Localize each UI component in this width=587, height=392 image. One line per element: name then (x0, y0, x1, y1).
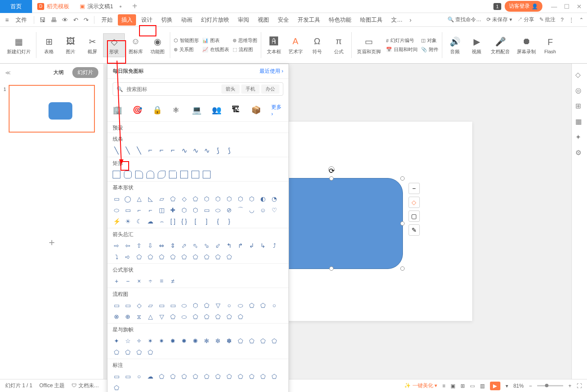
flow-shape[interactable]: ○ (270, 301, 278, 309)
basic-shape[interactable]: [ (191, 217, 199, 225)
resize-handle-s[interactable] (329, 266, 334, 271)
collapse-icon[interactable]: ⌃ (579, 17, 584, 23)
line-shape[interactable]: ⟆ (214, 146, 222, 154)
basic-shape[interactable]: ☁ (146, 217, 154, 225)
rs-icon-1[interactable]: ◇ (575, 71, 584, 79)
undo-icon[interactable]: ↶ (71, 16, 80, 23)
basic-shape[interactable]: ☀ (124, 217, 132, 225)
callout-shape[interactable]: ⬠ (248, 373, 256, 380)
flowchart-button[interactable]: ⬚流程图 (231, 45, 259, 54)
basic-shape[interactable]: ⬡ (203, 195, 211, 203)
flow-shape[interactable]: ⬭ (180, 313, 188, 321)
guest-login-button[interactable]: 访客登录 👤 (505, 1, 542, 12)
free-icon-6[interactable]: 👥 (212, 105, 221, 116)
tag-phone[interactable]: 手机 (241, 84, 259, 94)
basic-shape[interactable]: ⬡ (180, 206, 188, 214)
basic-shape[interactable]: ▭ (113, 195, 120, 203)
arrow-shape[interactable]: ⤵ (113, 253, 120, 261)
menu-insert[interactable]: 插入 (118, 14, 136, 26)
view-sorter-icon[interactable]: ⊞ (461, 383, 465, 389)
arrow-shape[interactable]: ⬁ (191, 242, 199, 249)
star-shape[interactable]: ⬠ (237, 337, 244, 345)
play-dropdown[interactable]: ▾ (506, 383, 508, 389)
basic-shape[interactable]: ◺ (146, 195, 154, 203)
free-icon-7[interactable]: 🏗 (232, 105, 241, 116)
slidenum-button[interactable]: #幻灯片编号 (384, 36, 419, 45)
star-shape[interactable]: ✹ (180, 337, 188, 345)
tab-close-dot[interactable]: ● (119, 4, 122, 9)
object-button[interactable]: ◫对象 (419, 36, 440, 45)
basic-shape[interactable]: ⌒ (237, 206, 244, 214)
float-tool-shape[interactable]: ◇ (409, 197, 420, 208)
line-shape[interactable]: ∿ (180, 146, 188, 154)
callout-shape[interactable]: ⬠ (237, 373, 244, 380)
basic-shape[interactable]: △ (135, 195, 143, 203)
view-normal-icon[interactable]: ≡ (442, 383, 445, 389)
basic-shape[interactable]: ▭ (203, 206, 211, 214)
search-command[interactable]: 🔍 查找命令… (448, 16, 481, 23)
basic-shape[interactable]: ⬭ (113, 206, 120, 214)
menu-devtools[interactable]: 开发工具 (294, 14, 324, 26)
callout-shape[interactable]: ▭ (113, 373, 120, 380)
slides-tab[interactable]: 幻灯片 (72, 67, 98, 78)
basic-shape[interactable]: { (214, 217, 222, 225)
table-button[interactable]: ⊞表格 (38, 34, 60, 57)
callout-shape[interactable]: ⬠ (191, 373, 199, 380)
basic-shape[interactable]: ⌐ (146, 206, 154, 214)
rect-shape-7[interactable] (180, 171, 188, 178)
mindmap-button[interactable]: ⊚思维导图 (231, 36, 259, 45)
callout-shape[interactable]: ⬠ (113, 384, 120, 392)
arrow-shape[interactable]: ↲ (248, 242, 256, 249)
menu-features[interactable]: 特色功能 (325, 14, 355, 26)
flow-shape[interactable]: ▽ (158, 313, 165, 321)
file-menu[interactable]: 文件 (12, 14, 30, 26)
arrow-shape[interactable]: ⬠ (214, 253, 222, 261)
basic-shape[interactable]: [ ] (169, 217, 177, 225)
basic-shape[interactable]: ⬡ (191, 206, 199, 214)
textbox-button[interactable]: 🅰文本框 (263, 34, 285, 57)
menu-transition[interactable]: 切换 (158, 14, 176, 26)
formula-shape[interactable]: ÷ (146, 277, 154, 285)
zoom-out-button[interactable]: − (529, 383, 532, 389)
collapse-panel-icon[interactable]: ≪ (5, 70, 11, 76)
arrow-shape[interactable]: ⇧ (135, 242, 143, 249)
float-tool-outline[interactable]: ▢ (409, 211, 420, 222)
resize-handle-e[interactable] (400, 221, 405, 226)
arrow-shape[interactable]: ⬠ (180, 253, 188, 261)
line-shape[interactable]: ⟆ (225, 146, 233, 154)
arrow-shape[interactable]: ⇔ (158, 242, 165, 249)
menu-text[interactable]: 文… (388, 14, 406, 26)
rect-shape-5[interactable] (158, 171, 165, 178)
rect-shape-9[interactable] (203, 171, 211, 178)
basic-shape[interactable]: ◔ (270, 195, 278, 203)
star-shape[interactable]: ⬠ (270, 337, 278, 345)
badge-count[interactable]: 1 (493, 3, 501, 10)
flow-shape[interactable]: ⬡ (191, 301, 199, 309)
rs-icon-5[interactable]: ✦ (575, 133, 584, 142)
rect-shape-8[interactable] (191, 171, 199, 178)
star-shape[interactable]: ⬠ (113, 348, 120, 356)
line-shape[interactable]: ⌐ (158, 146, 165, 154)
star-shape[interactable]: ✧ (135, 337, 143, 345)
flow-shape[interactable]: ⬠ (203, 301, 211, 309)
arrow-shape[interactable]: ⬠ (203, 253, 211, 261)
arrow-shape[interactable]: ➪ (124, 253, 132, 261)
func-chart-button[interactable]: ◉功能图 (146, 34, 168, 57)
callout-shape[interactable]: ⬠ (259, 373, 267, 380)
star-shape[interactable]: ✽ (225, 337, 233, 345)
beautify-button[interactable]: ✨ 一键美化 ▾ (404, 382, 437, 389)
arrow-shape[interactable]: ↱ (237, 242, 244, 249)
menu-drawing[interactable]: 绘图工具 (357, 14, 386, 26)
free-icon-3[interactable]: 🔒 (152, 105, 162, 116)
menu-review[interactable]: 审阅 (234, 14, 253, 26)
callout-shape[interactable]: ○ (135, 373, 143, 380)
line-shape[interactable]: ∿ (191, 146, 199, 154)
flow-shape[interactable]: ▭ (169, 301, 177, 309)
arrow-shape[interactable]: ⬃ (214, 242, 222, 249)
free-icon-2[interactable]: 🎯 (133, 105, 142, 116)
basic-shape[interactable]: ⬡ (214, 195, 222, 203)
flow-shape[interactable]: ⬠ (214, 313, 222, 321)
line-shape[interactable]: ⌐ (169, 146, 177, 154)
flow-shape[interactable]: ▭ (124, 301, 132, 309)
flow-shape[interactable]: ⬠ (248, 301, 256, 309)
